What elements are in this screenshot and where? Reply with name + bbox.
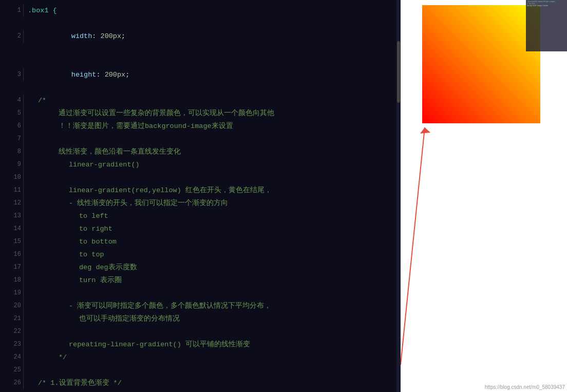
line-number: 15 bbox=[3, 235, 24, 248]
code-line: 3 height: 200px; bbox=[0, 55, 401, 94]
line-content: 线性渐变，颜色沿着一条直线发生变化 bbox=[28, 145, 401, 158]
line-content: 通过渐变可以设置一些复杂的背景颜色，可以实现从一个颜色向其他 bbox=[28, 107, 401, 120]
code-line: 19 bbox=[0, 287, 401, 300]
code-line: 24 */ bbox=[0, 351, 401, 364]
line-number: 11 bbox=[3, 184, 24, 197]
watermark: https://blog.csdn.net/m0_58039437 bbox=[485, 384, 565, 390]
editor-scrollbar[interactable] bbox=[396, 0, 401, 392]
line-number: 12 bbox=[3, 197, 24, 210]
code-line: 12 - 线性渐变的开头，我们可以指定一个渐变的方向 bbox=[0, 197, 401, 210]
line-number: 13 bbox=[3, 210, 24, 222]
comment-line1: /* 1.设置背景色渐变 */ bbox=[28, 377, 401, 389]
line-number: 10 bbox=[3, 171, 24, 184]
code-line: 18 turn 表示圈 bbox=[0, 274, 401, 287]
preview-area bbox=[401, 0, 567, 392]
code-line: 23 repeating-linear-gradient() 可以平铺的线性渐变 bbox=[0, 338, 401, 351]
code-line: 6 ！！渐变是图片，需要通过background-image来设置 bbox=[0, 120, 401, 133]
line-content: height: 200px; bbox=[28, 55, 401, 94]
code-line: 20 - 渐变可以同时指定多个颜色，多个颜色默认情况下平均分布， bbox=[0, 300, 401, 312]
line-content: /* bbox=[28, 94, 401, 107]
line-content: to bottom bbox=[28, 235, 401, 248]
line-content: to top bbox=[28, 248, 401, 261]
line-number: 17 bbox=[3, 261, 24, 274]
line-content bbox=[28, 133, 401, 145]
code-line: 7 bbox=[0, 133, 401, 145]
line-content: deg deg表示度数 bbox=[28, 261, 401, 274]
line-number: 25 bbox=[3, 364, 24, 377]
code-line: 16 to top bbox=[0, 248, 401, 261]
code-line: 8 线性渐变，颜色沿着一条直线发生变化 bbox=[0, 145, 401, 158]
line-content: .box1 { bbox=[28, 4, 401, 17]
code-line: 1 .box1 { bbox=[0, 4, 401, 17]
line-number: 3 bbox=[3, 68, 24, 81]
code-line: 4 /* bbox=[0, 94, 401, 107]
line-content: repeating-linear-gradient() 可以平铺的线性渐变 bbox=[28, 338, 401, 351]
code-line: 9 linear-gradient() bbox=[0, 158, 401, 171]
line-number: 22 bbox=[3, 325, 24, 338]
line-number: 14 bbox=[3, 222, 24, 235]
line-content: turn 表示圈 bbox=[28, 274, 401, 287]
line-content: width: 200px; bbox=[28, 17, 401, 55]
code-line: 11 linear-gradient(red,yellow) 红色在开头，黄色在… bbox=[0, 184, 401, 197]
code-line: 22 bbox=[0, 325, 401, 338]
code-area[interactable]: 1 .box1 { 2 width: 200px; 3 height: 200p… bbox=[0, 0, 401, 392]
code-line: 15 to bottom bbox=[0, 235, 401, 248]
line-content: - 线性渐变的开头，我们可以指定一个渐变的方向 bbox=[28, 197, 401, 210]
line-content: to right bbox=[28, 222, 401, 235]
bg-image-line1: background-image: linear-gradient(red, y… bbox=[28, 389, 401, 392]
line-number: 20 bbox=[3, 300, 24, 312]
line-content-to-left: to left bbox=[28, 210, 401, 222]
line-number: 7 bbox=[3, 133, 24, 145]
line-number: 23 bbox=[3, 338, 24, 351]
line-number: 8 bbox=[3, 145, 24, 158]
line-number: 4 bbox=[3, 94, 24, 107]
line-number: 21 bbox=[3, 312, 24, 325]
line-content: ！！渐变是图片，需要通过background-image来设置 bbox=[28, 120, 401, 133]
code-line: 13 to left bbox=[0, 210, 401, 222]
code-line: 2 width: 200px; bbox=[0, 17, 401, 55]
line-number: 24 bbox=[3, 351, 24, 364]
line-number: 2 bbox=[3, 30, 24, 43]
line-number: 19 bbox=[3, 287, 24, 300]
line-number: 26 bbox=[3, 377, 24, 389]
code-line: 10 bbox=[0, 171, 401, 184]
line-content: */ bbox=[28, 351, 401, 364]
line-content: linear-gradient(red,yellow) 红色在开头，黄色在结尾， bbox=[28, 184, 401, 197]
line-content bbox=[28, 287, 401, 300]
code-line: 5 通过渐变可以设置一些复杂的背景颜色，可以实现从一个颜色向其他 bbox=[0, 107, 401, 120]
code-line: 21 也可以手动指定渐变的分布情况 bbox=[0, 312, 401, 325]
line-content: - 渐变可以同时指定多个颜色，多个颜色默认情况下平均分布， bbox=[28, 300, 401, 312]
line-number: 5 bbox=[3, 107, 24, 120]
line-number: 9 bbox=[3, 158, 24, 171]
editor-panel: 1 .box1 { 2 width: 200px; 3 height: 200p… bbox=[0, 0, 401, 392]
scrollbar-thumb[interactable] bbox=[397, 41, 400, 103]
code-line: 26 /* 1.设置背景色渐变 */ bbox=[0, 377, 401, 389]
code-line: 17 deg deg表示度数 bbox=[0, 261, 401, 274]
line-number: 16 bbox=[3, 248, 24, 261]
line-content: linear-gradient() bbox=[28, 158, 401, 171]
right-panel: .box1{width:200px;height:200px; /*通过渐变..… bbox=[401, 0, 567, 392]
code-line: 27 background-image: linear-gradient(red… bbox=[0, 389, 401, 392]
line-content bbox=[28, 364, 401, 377]
minimap: .box1{width:200px;height:200px; /*通过渐变..… bbox=[526, 0, 567, 51]
line-content bbox=[28, 325, 401, 338]
gradient-preview-box bbox=[422, 5, 540, 123]
line-number: 18 bbox=[3, 274, 24, 287]
code-line: 14 to right bbox=[0, 222, 401, 235]
code-line: 25 bbox=[0, 364, 401, 377]
line-number: 6 bbox=[3, 120, 24, 133]
line-number: 1 bbox=[3, 4, 24, 17]
line-content bbox=[28, 171, 401, 184]
line-content: 也可以手动指定渐变的分布情况 bbox=[28, 312, 401, 325]
